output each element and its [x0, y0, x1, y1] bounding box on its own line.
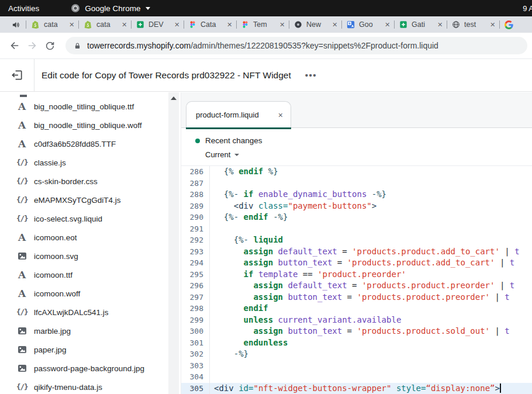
file-list-item[interactable]: {/}lfcAXLwjkDALc541.js: [0, 303, 167, 322]
line-number: 290: [181, 212, 210, 223]
browser-tab[interactable]: cata×: [26, 16, 78, 33]
code-file-icon: {/}: [16, 178, 27, 185]
browser-tab-label: Cata: [201, 20, 225, 29]
tab-close-button[interactable]: ×: [122, 20, 127, 29]
scroll-up-icon[interactable]: [171, 96, 177, 100]
version-selector[interactable]: Current: [205, 150, 532, 159]
tab-close-button[interactable]: ×: [437, 20, 443, 29]
browser-tab[interactable]: Cata×: [184, 16, 236, 33]
line-number: 298: [181, 303, 210, 314]
editor-tab-strip: product-form.liquid ×: [181, 92, 532, 128]
code-line[interactable]: 293 assign default_text = 'products.prod…: [181, 246, 532, 258]
file-list-item[interactable]: Aicomoon.eot: [0, 228, 167, 247]
file-name: eMAPMXSyTCgGdiT4.js: [34, 196, 121, 205]
browser-tab[interactable]: Gati×: [394, 16, 447, 33]
code-line[interactable]: 295 if template == 'product.preorder': [181, 269, 532, 281]
code-line[interactable]: 292 {%- liquid: [181, 234, 532, 246]
forward-icon[interactable]: [23, 37, 41, 54]
code-line[interactable]: 290 {%- endif -%}: [181, 212, 532, 223]
exit-code-editor-button[interactable]: [0, 59, 34, 92]
code-line-text: <div id="nft-widget-buttons-wrapper" sty…: [210, 383, 532, 394]
tab-close-button[interactable]: ×: [174, 20, 180, 29]
code-line[interactable]: 302 -%}: [181, 348, 532, 360]
file-list-item[interactable]: Ac0df3a6b528fdd85.TTF: [0, 134, 167, 153]
code-line[interactable]: 286 {% endif %}: [181, 166, 532, 178]
file-list-item[interactable]: Aicomoon.woff: [0, 284, 167, 303]
overflow-menu-button[interactable]: •••: [305, 70, 317, 80]
lock-icon[interactable]: [74, 42, 81, 50]
browser-tab[interactable]: Goo×: [341, 16, 394, 33]
file-name: classie.js: [34, 158, 66, 167]
tab-close-button[interactable]: ×: [490, 20, 496, 29]
file-list-item[interactable]: Abig_noodle_titling_oblique.woff: [0, 116, 167, 134]
code-line-text: [210, 360, 532, 372]
font-file-icon: A: [16, 120, 27, 130]
code-line[interactable]: 289 <div class="payment-buttons">: [181, 201, 532, 212]
activities-button[interactable]: Activities: [8, 4, 39, 13]
browser-tab[interactable]: Tem×: [236, 16, 289, 33]
code-line[interactable]: 297 assign button_text = 'products.produ…: [181, 292, 532, 303]
file-list-item[interactable]: {/}qikify-tmenu-data.js: [0, 378, 167, 394]
close-icon[interactable]: ×: [278, 110, 283, 120]
tab-close-button[interactable]: ×: [69, 20, 75, 29]
file-name: icomoon.ttf: [34, 271, 72, 279]
line-number: 301: [181, 337, 210, 349]
google-icon: [505, 20, 513, 29]
code-line-text: endunless: [210, 337, 532, 349]
code-line[interactable]: 298 endif: [181, 303, 532, 314]
sidebar-scrollbar[interactable]: [168, 92, 179, 394]
file-list-item[interactable]: {/}eMAPMXSyTCgGdiT4.js: [0, 191, 167, 209]
file-list-item[interactable]: password-page-background.jpg: [0, 359, 167, 378]
image-file-icon: [16, 364, 27, 373]
browser-tab[interactable]: test×: [447, 16, 499, 33]
recent-changes-label: Recent changes: [205, 136, 262, 145]
file-list-item[interactable]: {/}classie.js: [0, 153, 167, 172]
code-line[interactable]: 301 endunless: [181, 337, 532, 349]
browser-tab[interactable]: DEV×: [131, 16, 184, 33]
file-list-item[interactable]: Abig_noodle_titling_oblique.ttf: [0, 97, 167, 116]
file-list-item[interactable]: icomoon.svg: [0, 247, 167, 265]
tab-close-button[interactable]: ×: [227, 20, 233, 29]
code-line[interactable]: 288 {%- if enable_dynamic_buttons -%}: [181, 189, 532, 201]
header-divider: [34, 59, 34, 92]
code-line[interactable]: 304: [181, 371, 532, 383]
browser-tab[interactable]: ×: [499, 16, 526, 33]
browser-tab-strip: cata×cata×DEV×Cata×Tem×New×Goo×Gati×test…: [0, 16, 532, 33]
audio-speaker-icon[interactable]: [6, 20, 26, 29]
line-number: 288: [181, 189, 210, 201]
file-list-item[interactable]: paper.jpg: [0, 340, 167, 359]
browser-tab-label: test: [464, 20, 488, 29]
browser-tab[interactable]: cata×: [78, 16, 131, 33]
line-number: 296: [181, 280, 210, 292]
code-area[interactable]: 286 {% endif %}287288 {%- if enable_dyna…: [181, 166, 532, 394]
back-icon[interactable]: [6, 37, 23, 54]
code-line[interactable]: 300 assign button_text = 'products.produ…: [181, 326, 532, 337]
image-file-icon: [16, 251, 27, 261]
code-line[interactable]: 294 assign button_text = 'products.produ…: [181, 257, 532, 269]
code-line[interactable]: 291: [181, 223, 532, 235]
file-list-item[interactable]: {/}cs-skin-border.css: [0, 172, 167, 191]
code-line[interactable]: 296 assign default_text = 'products.prod…: [181, 280, 532, 292]
line-number: 292: [181, 234, 210, 246]
code-line-text: {%- if enable_dynamic_buttons -%}: [210, 189, 532, 201]
code-line-text: endif: [210, 303, 532, 314]
browser-toolbar: towerrecords.myshopify.com/admin/themes/…: [0, 33, 532, 59]
code-line[interactable]: 305<div id="nft-widget-buttons-wrapper" …: [181, 383, 532, 394]
tab-close-button[interactable]: ×: [279, 20, 285, 29]
code-line[interactable]: 299 unless current_variant.available: [181, 314, 532, 326]
reload-icon[interactable]: [41, 37, 58, 54]
tab-close-button[interactable]: ×: [385, 20, 391, 29]
app-menu[interactable]: Google Chrome: [71, 4, 150, 13]
code-line[interactable]: 287: [181, 178, 532, 189]
dark-circle-icon: [294, 20, 302, 29]
file-list-item[interactable]: {/}ico-select.svg.liquid: [0, 209, 167, 228]
address-bar[interactable]: towerrecords.myshopify.com/admin/themes/…: [65, 37, 527, 54]
browser-tab[interactable]: New×: [289, 16, 341, 33]
recent-changes-panel: Recent changes Current: [181, 128, 532, 166]
file-list-item[interactable]: marble.jpg: [0, 322, 167, 340]
tab-close-button[interactable]: ×: [332, 20, 338, 29]
code-line[interactable]: 303: [181, 360, 532, 372]
url-text: towerrecords.myshopify.com/admin/themes/…: [87, 41, 438, 50]
file-list-item[interactable]: Aicomoon.ttf: [0, 265, 167, 284]
editor-file-tab[interactable]: product-form.liquid ×: [186, 101, 291, 128]
